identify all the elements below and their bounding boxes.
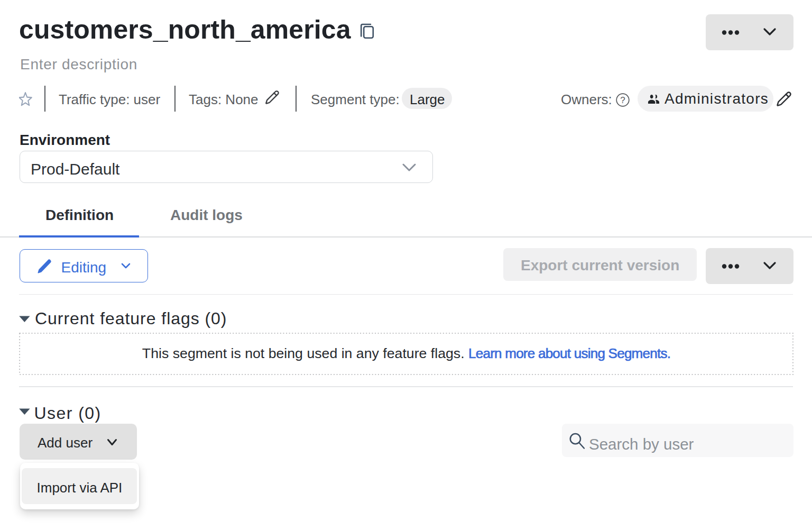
svg-text:?: ? [620, 95, 625, 105]
